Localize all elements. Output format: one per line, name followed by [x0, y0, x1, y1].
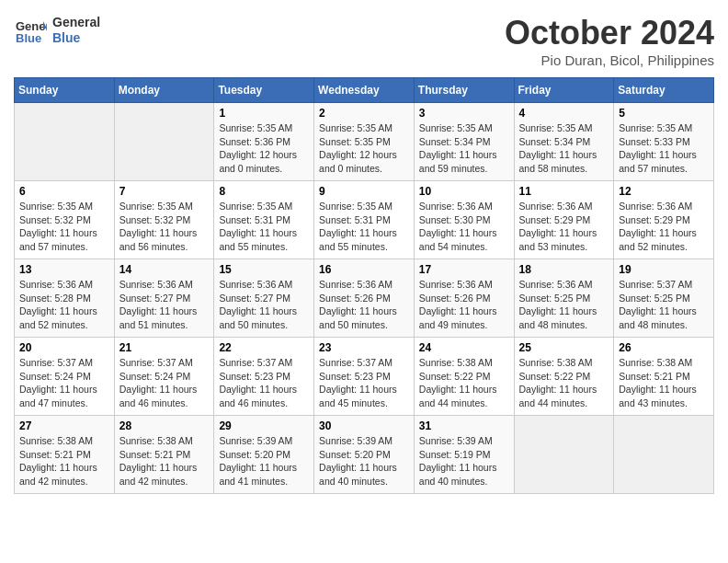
calendar-body: 1Sunrise: 5:35 AM Sunset: 5:36 PM Daylig… [15, 103, 714, 494]
calendar-cell: 6Sunrise: 5:35 AM Sunset: 5:32 PM Daylig… [15, 181, 115, 259]
day-number: 19 [619, 263, 709, 276]
calendar-table: SundayMondayTuesdayWednesdayThursdayFrid… [14, 77, 714, 494]
calendar-cell: 11Sunrise: 5:36 AM Sunset: 5:29 PM Dayli… [514, 181, 614, 259]
weekday-header: Saturday [614, 78, 714, 103]
calendar-cell: 20Sunrise: 5:37 AM Sunset: 5:24 PM Dayli… [15, 338, 115, 416]
calendar-cell: 25Sunrise: 5:38 AM Sunset: 5:22 PM Dayli… [514, 338, 614, 416]
day-info: Sunrise: 5:39 AM Sunset: 5:20 PM Dayligh… [219, 434, 309, 488]
day-info: Sunrise: 5:37 AM Sunset: 5:23 PM Dayligh… [319, 356, 409, 410]
day-info: Sunrise: 5:36 AM Sunset: 5:27 PM Dayligh… [119, 278, 210, 332]
day-info: Sunrise: 5:35 AM Sunset: 5:34 PM Dayligh… [419, 121, 509, 176]
weekday-header: Monday [114, 78, 214, 103]
day-number: 14 [119, 263, 210, 276]
calendar-cell: 10Sunrise: 5:36 AM Sunset: 5:30 PM Dayli… [414, 181, 514, 259]
day-info: Sunrise: 5:35 AM Sunset: 5:31 PM Dayligh… [319, 200, 409, 254]
calendar-cell: 19Sunrise: 5:37 AM Sunset: 5:25 PM Dayli… [614, 259, 714, 338]
calendar-cell: 27Sunrise: 5:38 AM Sunset: 5:21 PM Dayli… [15, 416, 115, 494]
weekday-header: Wednesday [314, 78, 415, 103]
day-info: Sunrise: 5:39 AM Sunset: 5:19 PM Dayligh… [419, 434, 509, 488]
day-number: 7 [119, 185, 210, 198]
day-info: Sunrise: 5:38 AM Sunset: 5:22 PM Dayligh… [519, 356, 609, 410]
day-info: Sunrise: 5:35 AM Sunset: 5:36 PM Dayligh… [219, 121, 309, 176]
day-info: Sunrise: 5:36 AM Sunset: 5:29 PM Dayligh… [519, 200, 609, 254]
calendar-cell: 14Sunrise: 5:36 AM Sunset: 5:27 PM Dayli… [114, 259, 214, 338]
location-title: Pio Duran, Bicol, Philippines [505, 52, 714, 68]
calendar-cell: 9Sunrise: 5:35 AM Sunset: 5:31 PM Daylig… [314, 181, 415, 259]
day-number: 6 [19, 185, 109, 198]
day-number: 23 [319, 341, 409, 354]
day-info: Sunrise: 5:36 AM Sunset: 5:25 PM Dayligh… [519, 278, 609, 332]
day-info: Sunrise: 5:38 AM Sunset: 5:21 PM Dayligh… [619, 356, 709, 410]
calendar-cell: 13Sunrise: 5:36 AM Sunset: 5:28 PM Dayli… [15, 259, 115, 338]
calendar-cell: 17Sunrise: 5:36 AM Sunset: 5:26 PM Dayli… [414, 259, 514, 338]
day-number: 13 [19, 263, 109, 276]
calendar-cell: 4Sunrise: 5:35 AM Sunset: 5:34 PM Daylig… [514, 103, 614, 181]
day-number: 4 [519, 107, 609, 120]
day-number: 18 [519, 263, 609, 276]
weekday-header: Sunday [15, 78, 115, 103]
day-info: Sunrise: 5:36 AM Sunset: 5:28 PM Dayligh… [19, 278, 109, 332]
weekday-header: Thursday [414, 78, 514, 103]
day-info: Sunrise: 5:37 AM Sunset: 5:24 PM Dayligh… [19, 356, 109, 410]
day-number: 11 [519, 185, 609, 198]
day-number: 10 [419, 185, 509, 198]
day-info: Sunrise: 5:38 AM Sunset: 5:21 PM Dayligh… [19, 434, 109, 488]
day-info: Sunrise: 5:36 AM Sunset: 5:26 PM Dayligh… [319, 278, 409, 332]
day-number: 21 [119, 341, 210, 354]
day-info: Sunrise: 5:36 AM Sunset: 5:29 PM Dayligh… [619, 200, 709, 254]
day-info: Sunrise: 5:35 AM Sunset: 5:35 PM Dayligh… [319, 121, 409, 176]
day-info: Sunrise: 5:35 AM Sunset: 5:34 PM Dayligh… [519, 121, 609, 176]
day-number: 24 [419, 341, 509, 354]
calendar-cell: 29Sunrise: 5:39 AM Sunset: 5:20 PM Dayli… [214, 416, 314, 494]
calendar-cell: 22Sunrise: 5:37 AM Sunset: 5:23 PM Dayli… [214, 338, 314, 416]
day-number: 8 [219, 185, 309, 198]
day-info: Sunrise: 5:39 AM Sunset: 5:20 PM Dayligh… [319, 434, 409, 488]
day-info: Sunrise: 5:35 AM Sunset: 5:32 PM Dayligh… [119, 200, 210, 254]
logo-icon: General Blue [14, 14, 47, 47]
calendar-cell [114, 103, 214, 181]
calendar-cell: 15Sunrise: 5:36 AM Sunset: 5:27 PM Dayli… [214, 259, 314, 338]
calendar-cell: 28Sunrise: 5:38 AM Sunset: 5:21 PM Dayli… [114, 416, 214, 494]
day-info: Sunrise: 5:37 AM Sunset: 5:24 PM Dayligh… [119, 356, 210, 410]
calendar-cell: 24Sunrise: 5:38 AM Sunset: 5:22 PM Dayli… [414, 338, 514, 416]
logo-blue: Blue [52, 30, 100, 46]
calendar-cell: 16Sunrise: 5:36 AM Sunset: 5:26 PM Dayli… [314, 259, 415, 338]
day-number: 30 [319, 419, 409, 432]
day-info: Sunrise: 5:36 AM Sunset: 5:27 PM Dayligh… [219, 278, 309, 332]
day-number: 16 [319, 263, 409, 276]
day-number: 15 [219, 263, 309, 276]
calendar-cell: 1Sunrise: 5:35 AM Sunset: 5:36 PM Daylig… [214, 103, 314, 181]
calendar-cell: 8Sunrise: 5:35 AM Sunset: 5:31 PM Daylig… [214, 181, 314, 259]
day-info: Sunrise: 5:36 AM Sunset: 5:26 PM Dayligh… [419, 278, 509, 332]
day-number: 12 [619, 185, 709, 198]
calendar-cell: 26Sunrise: 5:38 AM Sunset: 5:21 PM Dayli… [614, 338, 714, 416]
calendar-cell [614, 416, 714, 494]
day-number: 2 [319, 107, 409, 120]
weekday-header: Tuesday [214, 78, 314, 103]
calendar-cell: 12Sunrise: 5:36 AM Sunset: 5:29 PM Dayli… [614, 181, 714, 259]
day-number: 31 [419, 419, 509, 432]
calendar-header: SundayMondayTuesdayWednesdayThursdayFrid… [15, 78, 714, 103]
day-number: 29 [219, 419, 309, 432]
title-block: October 2024 Pio Duran, Bicol, Philippin… [505, 14, 714, 68]
calendar-cell [15, 103, 115, 181]
day-info: Sunrise: 5:35 AM Sunset: 5:31 PM Dayligh… [219, 200, 309, 254]
calendar-cell: 5Sunrise: 5:35 AM Sunset: 5:33 PM Daylig… [614, 103, 714, 181]
calendar-cell: 21Sunrise: 5:37 AM Sunset: 5:24 PM Dayli… [114, 338, 214, 416]
day-info: Sunrise: 5:37 AM Sunset: 5:23 PM Dayligh… [219, 356, 309, 410]
day-number: 17 [419, 263, 509, 276]
calendar-cell: 3Sunrise: 5:35 AM Sunset: 5:34 PM Daylig… [414, 103, 514, 181]
logo: General Blue General Blue [14, 14, 100, 47]
calendar-cell [514, 416, 614, 494]
day-number: 25 [519, 341, 609, 354]
day-info: Sunrise: 5:35 AM Sunset: 5:33 PM Dayligh… [619, 121, 709, 176]
calendar-cell: 7Sunrise: 5:35 AM Sunset: 5:32 PM Daylig… [114, 181, 214, 259]
calendar-cell: 2Sunrise: 5:35 AM Sunset: 5:35 PM Daylig… [314, 103, 415, 181]
calendar-cell: 18Sunrise: 5:36 AM Sunset: 5:25 PM Dayli… [514, 259, 614, 338]
day-number: 3 [419, 107, 509, 120]
day-number: 22 [219, 341, 309, 354]
logo-general: General [52, 15, 100, 30]
day-number: 1 [219, 107, 309, 120]
day-number: 5 [619, 107, 709, 120]
day-info: Sunrise: 5:38 AM Sunset: 5:21 PM Dayligh… [119, 434, 210, 488]
